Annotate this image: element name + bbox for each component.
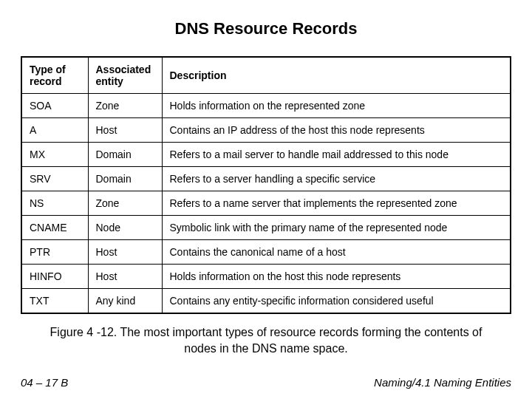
cell-description: Symbolic link with the primary name of t…: [162, 216, 511, 240]
cell-type: A: [21, 118, 88, 143]
cell-description: Holds information on the represented zon…: [162, 94, 511, 118]
cell-description: Contains any entity-specific information…: [162, 289, 511, 314]
cell-type: TXT: [21, 289, 88, 314]
cell-description: Refers to a server handling a specific s…: [162, 167, 511, 191]
table-row: CNAME Node Symbolic link with the primar…: [21, 216, 511, 240]
cell-type: NS: [21, 191, 88, 216]
table-row: NS Zone Refers to a name server that imp…: [21, 191, 511, 216]
cell-description: Contains the canonical name of a host: [162, 240, 511, 265]
slide: DNS Resource Records Type of record Asso…: [0, 0, 532, 399]
figure-caption: Figure 4 -12. The most important types o…: [21, 324, 511, 356]
cell-type: SRV: [21, 167, 88, 191]
cell-description: Refers to a name server that implements …: [162, 191, 511, 216]
cell-entity: Zone: [88, 191, 162, 216]
cell-entity: Host: [88, 265, 162, 289]
cell-description: Refers to a mail server to handle mail a…: [162, 143, 511, 167]
footer: 04 – 17 B Naming/4.1 Naming Entities: [21, 376, 511, 389]
table-row: A Host Contains an IP address of the hos…: [21, 118, 511, 143]
cell-entity: Domain: [88, 167, 162, 191]
records-table: Type of record Associated entity Descrip…: [21, 56, 511, 314]
cell-type: SOA: [21, 94, 88, 118]
table-row: TXT Any kind Contains any entity-specifi…: [21, 289, 511, 314]
cell-entity: Domain: [88, 143, 162, 167]
cell-entity: Node: [88, 216, 162, 240]
cell-description: Contains an IP address of the host this …: [162, 118, 511, 143]
footer-left: 04 – 17 B: [21, 376, 68, 389]
table-header-row: Type of record Associated entity Descrip…: [21, 57, 511, 94]
header-entity: Associated entity: [88, 57, 162, 94]
cell-entity: Any kind: [88, 289, 162, 314]
table-row: SRV Domain Refers to a server handling a…: [21, 167, 511, 191]
cell-type: HINFO: [21, 265, 88, 289]
table-row: PTR Host Contains the canonical name of …: [21, 240, 511, 265]
cell-entity: Host: [88, 240, 162, 265]
header-description: Description: [162, 57, 511, 94]
cell-type: PTR: [21, 240, 88, 265]
cell-type: CNAME: [21, 216, 88, 240]
cell-description: Holds information on the host this node …: [162, 265, 511, 289]
header-type: Type of record: [21, 57, 88, 94]
table-row: HINFO Host Holds information on the host…: [21, 265, 511, 289]
page-title: DNS Resource Records: [21, 19, 511, 38]
cell-type: MX: [21, 143, 88, 167]
cell-entity: Host: [88, 118, 162, 143]
table-row: MX Domain Refers to a mail server to han…: [21, 143, 511, 167]
table-row: SOA Zone Holds information on the repres…: [21, 94, 511, 118]
footer-right: Naming/4.1 Naming Entities: [374, 376, 511, 389]
cell-entity: Zone: [88, 94, 162, 118]
